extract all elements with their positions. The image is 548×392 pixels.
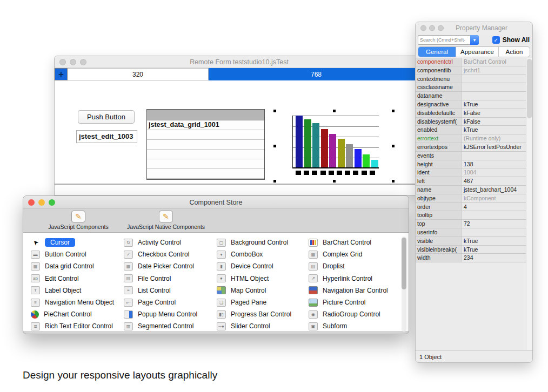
- component-item[interactable]: Subform: [309, 320, 395, 332]
- scrollbar-track[interactable]: [402, 236, 406, 332]
- component-item[interactable]: Cursor: [31, 236, 124, 248]
- property-value[interactable]: 234: [462, 254, 526, 262]
- component-item-label: Checkbox Control: [138, 251, 189, 258]
- component-item[interactable]: HTML Object: [217, 273, 309, 285]
- component-item[interactable]: Paged Pane: [217, 296, 309, 308]
- tab-javascript-native-components[interactable]: ✎ JavaScript Native Components: [121, 211, 211, 230]
- component-item[interactable]: PieChart Control: [31, 308, 124, 320]
- property-value[interactable]: 467: [462, 177, 526, 185]
- selection-handle[interactable]: [333, 110, 336, 112]
- edit-control[interactable]: jstest_edit_1003: [76, 130, 137, 143]
- component-item[interactable]: Activity Control: [124, 236, 217, 248]
- component-item[interactable]: Background Control: [217, 236, 309, 248]
- scrollbar-thumb[interactable]: [402, 238, 406, 289]
- component-item[interactable]: ComboBox: [217, 248, 309, 260]
- add-breakpoint-button[interactable]: +: [55, 68, 68, 80]
- tab-appearance[interactable]: Appearance: [456, 47, 498, 57]
- component-item[interactable]: Checkbox Control: [124, 248, 217, 260]
- close-button[interactable]: [420, 25, 426, 31]
- selection-handle[interactable]: [273, 145, 276, 147]
- minimize-button[interactable]: [429, 25, 435, 31]
- property-value[interactable]: 4: [462, 203, 526, 211]
- minimize-button[interactable]: [38, 199, 45, 206]
- component-item[interactable]: Picture Control: [309, 296, 395, 308]
- component-item[interactable]: RadioGroup Control: [309, 308, 395, 320]
- selection-handle[interactable]: [392, 145, 395, 147]
- property-search[interactable]: Search (Cmnd+Shift- ▾: [418, 35, 479, 45]
- property-manager-titlebar[interactable]: Property Manager: [416, 22, 532, 34]
- close-button[interactable]: [28, 199, 35, 206]
- component-item[interactable]: BarChart Control: [309, 236, 395, 248]
- component-item[interactable]: Complex Grid: [309, 248, 395, 260]
- property-value[interactable]: jschrt1: [462, 66, 526, 75]
- barchart-control-selected[interactable]: [275, 111, 393, 181]
- component-item[interactable]: Progress Bar Control: [217, 308, 309, 320]
- component-item[interactable]: Map Control: [217, 285, 309, 296]
- selection-handle[interactable]: [273, 110, 276, 112]
- property-value[interactable]: kFalse: [462, 118, 526, 126]
- property-value[interactable]: kTrue: [462, 237, 526, 245]
- component-item[interactable]: File Control: [124, 273, 217, 285]
- property-value[interactable]: 1004: [462, 168, 526, 177]
- property-value[interactable]: (Runtime only): [462, 134, 526, 143]
- breakpoint-segment-320[interactable]: 320: [68, 68, 209, 80]
- component-item[interactable]: Data grid Control: [31, 260, 124, 272]
- minimize-button[interactable]: [70, 59, 76, 65]
- property-value[interactable]: [462, 228, 526, 236]
- component-item[interactable]: Page Control: [124, 296, 217, 308]
- component-item[interactable]: Slider Control: [217, 320, 309, 332]
- property-label: componentlib: [416, 66, 462, 75]
- property-value[interactable]: kFalse: [462, 109, 526, 117]
- property-value[interactable]: 138: [462, 160, 526, 168]
- search-dropdown-button[interactable]: ▾: [470, 35, 479, 45]
- selection-handle[interactable]: [392, 180, 395, 183]
- component-item[interactable]: Navigation Bar Control: [309, 285, 395, 296]
- component-item[interactable]: Button Control: [31, 248, 124, 260]
- tab-general[interactable]: General: [418, 47, 456, 57]
- property-value[interactable]: [462, 92, 526, 100]
- property-value[interactable]: kJSErrorTextPosUnder: [462, 143, 526, 151]
- zoom-button[interactable]: [80, 59, 86, 65]
- component-item[interactable]: Droplist: [309, 260, 395, 272]
- search-input[interactable]: Search (Cmnd+Shift-: [418, 35, 470, 45]
- component-item[interactable]: Label Object: [31, 285, 124, 296]
- breakpoint-segment-768[interactable]: 768: [209, 68, 424, 80]
- property-value[interactable]: kTrue: [462, 100, 526, 109]
- component-item[interactable]: List Control: [124, 285, 217, 296]
- selection-handle[interactable]: [333, 180, 336, 183]
- property-value[interactable]: jstest_barchart_1004: [462, 186, 526, 194]
- property-value[interactable]: [462, 211, 526, 219]
- selection-handle[interactable]: [273, 180, 276, 183]
- tab-action[interactable]: Action: [498, 47, 530, 57]
- property-value[interactable]: [462, 152, 526, 160]
- form-design-canvas[interactable]: Push Button jstest_edit_1003 jstest_data…: [55, 80, 424, 195]
- property-value[interactable]: kComponent: [462, 194, 526, 202]
- property-value[interactable]: 72: [462, 220, 526, 228]
- component-item[interactable]: Edit Control: [31, 273, 124, 285]
- component-item[interactable]: Device Control: [217, 260, 309, 272]
- property-value[interactable]: kTrue: [462, 246, 526, 254]
- push-button-control[interactable]: Push Button: [78, 110, 135, 124]
- remote-form-titlebar[interactable]: Remote Form teststudio10.jsTest: [55, 56, 424, 68]
- close-button[interactable]: [59, 59, 66, 65]
- component-item[interactable]: Date Picker Control: [124, 260, 217, 272]
- zoom-button[interactable]: [49, 199, 55, 206]
- component-item-label: PieChart Control: [44, 310, 92, 318]
- selection-handle[interactable]: [392, 110, 395, 112]
- data-grid-control[interactable]: jstest_data_grid_1001: [146, 109, 265, 180]
- component-item[interactable]: Popup Menu Control: [124, 308, 217, 320]
- component-item[interactable]: Navigation Menu Object: [31, 296, 124, 308]
- component-item[interactable]: Hyperlink Control: [309, 273, 395, 285]
- component-store-titlebar[interactable]: Component Store: [23, 196, 409, 209]
- tab-javascript-components[interactable]: ✎ JavaScript Components: [37, 211, 119, 230]
- property-value[interactable]: [462, 83, 526, 91]
- component-item[interactable]: Rich Text Editor Control: [31, 320, 124, 332]
- scrollbar-thumb[interactable]: [527, 59, 532, 118]
- show-all-checkbox[interactable]: ✓: [492, 36, 500, 44]
- property-value[interactable]: BarChart Control: [462, 58, 526, 66]
- scrollbar-track[interactable]: [526, 58, 532, 350]
- property-value[interactable]: kTrue: [462, 126, 526, 134]
- property-value[interactable]: [462, 75, 526, 83]
- component-item[interactable]: Segmented Control: [124, 320, 217, 332]
- zoom-button[interactable]: [438, 25, 444, 31]
